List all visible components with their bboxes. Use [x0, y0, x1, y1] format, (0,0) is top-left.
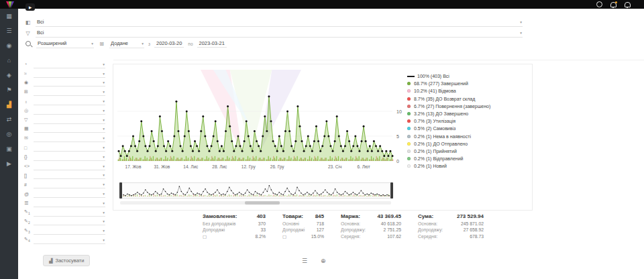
main-chart-svg[interactable]: 0510 [116, 70, 415, 170]
nav-sidebar: ▦☰◉⌂◈⚑▟⇄◎▣▶ [0, 9, 18, 279]
scrollbar-thumb[interactable] [245, 201, 280, 205]
chevron-down-icon: ▾ [103, 192, 105, 196]
integrations-icon[interactable]: ⇄ [0, 112, 18, 127]
side-filter-select-15[interactable]: ▾ [34, 190, 105, 198]
navigator-left-handle[interactable] [119, 182, 122, 199]
status-select[interactable]: Всі ▾ [36, 29, 523, 38]
legend-item[interactable]: 3.2% (13) ДО Завершено [407, 110, 529, 117]
legend-label: 0.2% (1) Новий [414, 164, 447, 168]
stats-sublabel: Основні [282, 221, 299, 226]
legend-item[interactable]: 100% (403) Всі [407, 72, 529, 80]
chevron-down-icon: ▾ [103, 118, 105, 122]
x-axis-tick-label: 14. Лис [183, 164, 198, 169]
legend-item[interactable]: 8.7% (35) ДО Возврат склад [407, 95, 529, 103]
stats-value: 403 [257, 213, 266, 219]
side-filter-select-10[interactable]: ▾ [34, 144, 105, 152]
legend-item[interactable]: 10.2% (41) Відмова [407, 87, 529, 95]
source-filter-icon: ≈ [24, 71, 34, 76]
app-logo-icon[interactable] [5, 1, 15, 8]
legend-item[interactable]: 0.5% (2) Самовивіз [407, 125, 529, 132]
side-filter-select-5[interactable]: ▾ [34, 97, 105, 105]
x-axis-tick-label: 23. Січ [328, 164, 341, 169]
side-filter-select-18[interactable]: ▾ [34, 217, 105, 225]
info-icon[interactable]: ◎ [0, 127, 18, 142]
filter-row: ✉▾ [18, 133, 113, 143]
stats-column: Маржа:43 369.45Основна:40 618.20Допродаж… [341, 213, 401, 239]
x-axis-tick-label: 17. Жов [125, 164, 142, 169]
legend-item[interactable]: 0.2% (1) ДО Отправлено [407, 140, 529, 148]
filter-mode-select[interactable]: Розширений ▾ [36, 40, 94, 48]
navigator-right-handle[interactable] [390, 182, 393, 199]
side-filter-select-11[interactable]: ▾ [34, 153, 105, 161]
legend-item[interactable]: 0.7% (3) Утилізація [407, 117, 529, 125]
stats-title: Товари: [282, 213, 303, 219]
date-from-input[interactable]: 2020-03-20 [154, 40, 184, 48]
grid-filter-icon: ▦ [24, 126, 34, 131]
date-field-select[interactable]: Додане ▾ [109, 40, 144, 48]
side-filter-select-13[interactable]: ▾ [34, 171, 105, 179]
date-to-label: по [188, 42, 193, 46]
side-filter-select-9[interactable]: ▾ [34, 134, 105, 142]
status-filter-icon: ▽ [24, 30, 32, 36]
side-filter-select-20[interactable]: ▾ [34, 236, 105, 244]
video-help-icon[interactable]: ▶ [25, 3, 35, 11]
chevron-down-icon: ▾ [103, 182, 105, 186]
side-filter-select-1[interactable]: ▾ [34, 60, 105, 68]
pipeline-select[interactable]: Всі ▾ [36, 18, 523, 27]
legend-label: 0.2% (1) ДО Отправлено [414, 142, 468, 146]
pipeline-select-value: Всі [37, 19, 44, 25]
analytics-icon[interactable]: ▟ [0, 97, 18, 112]
side-filter-select-3[interactable]: ▾ [34, 78, 105, 87]
filter-row: ▽▾ [18, 115, 113, 125]
side-filter-select-19[interactable]: ▾ [34, 227, 105, 235]
search-icon[interactable] [25, 41, 31, 46]
geo-filter-icon: ♁ [24, 99, 34, 104]
side-filter-select-14[interactable]: ▾ [34, 180, 105, 188]
legend-item[interactable]: 0.2% (1) Прийнятий [407, 148, 529, 155]
shop-icon[interactable]: ⌂ [0, 53, 18, 68]
products-icon[interactable]: ◈ [0, 68, 18, 82]
chart-legend: 100% (403) Всі68.7% (277) Завершений10.2… [407, 72, 529, 170]
stats-subrow: Допродажу:2 751.25 [341, 227, 401, 232]
side-filter-select-16[interactable]: ▾ [34, 199, 105, 207]
topbar [0, 0, 644, 9]
cart-icon: ▢ [282, 234, 286, 239]
alerts-bell-icon[interactable] [625, 2, 631, 7]
svg-text:0: 0 [396, 159, 399, 164]
legend-item[interactable]: 0.2% (1) Відправлений [407, 155, 529, 162]
date-to-input[interactable]: 2023-03-21 [197, 40, 227, 48]
side-filter-select-7[interactable]: ▾ [34, 116, 105, 124]
brackets-filter-icon: [] [24, 173, 34, 178]
dashboard-icon[interactable]: ▦ [0, 9, 18, 23]
side-filter-select-4[interactable]: ▾ [34, 88, 105, 96]
video-icon[interactable]: ▶ [0, 156, 18, 171]
customers-icon[interactable]: ◉ [0, 38, 18, 53]
apply-filters-button[interactable]: ▟ Застосувати [43, 255, 90, 266]
chevron-down-icon: ▾ [103, 219, 105, 223]
stats-subrow: Допродажі33 [203, 227, 266, 232]
side-filter-select-8[interactable]: ▾ [34, 125, 105, 133]
table-view-icon[interactable]: ☰ [302, 258, 307, 264]
side-filter-select-12[interactable]: ▾ [34, 162, 105, 170]
legend-item[interactable]: 0.2% (1) Нема в наявності [407, 133, 529, 140]
export-globe-icon[interactable]: ⊕ [321, 258, 326, 264]
chart-navigator[interactable] [120, 182, 392, 199]
side-filter-select-6[interactable]: ▾ [34, 107, 105, 115]
legend-dot-swatch [407, 82, 411, 85]
profile-icon[interactable] [596, 1, 602, 7]
target-filter-icon: ◎ [24, 108, 34, 113]
legend-item[interactable]: 0.2% (1) Новий [407, 162, 529, 170]
filter-row: ◉▾ [18, 78, 113, 88]
orders-icon[interactable]: ☰ [0, 23, 18, 38]
side-filter-select-17[interactable]: ▾ [34, 209, 105, 217]
stats-subrow: Допродажі127 [282, 227, 324, 232]
edit-field-icon: ✎1 [24, 209, 34, 215]
marketing-icon[interactable]: ⚑ [0, 82, 18, 97]
notifications-bell-icon[interactable] [610, 2, 616, 7]
chart-scrollbar[interactable] [120, 201, 391, 205]
legend-item[interactable]: 6.7% (27) Повернення (завершено) [407, 103, 529, 110]
apps-icon[interactable]: ▣ [0, 142, 18, 156]
legend-item[interactable]: 68.7% (277) Завершений [407, 80, 529, 87]
stats-value: 273 529.94 [457, 213, 484, 219]
side-filter-select-2[interactable]: ▾ [34, 70, 105, 78]
